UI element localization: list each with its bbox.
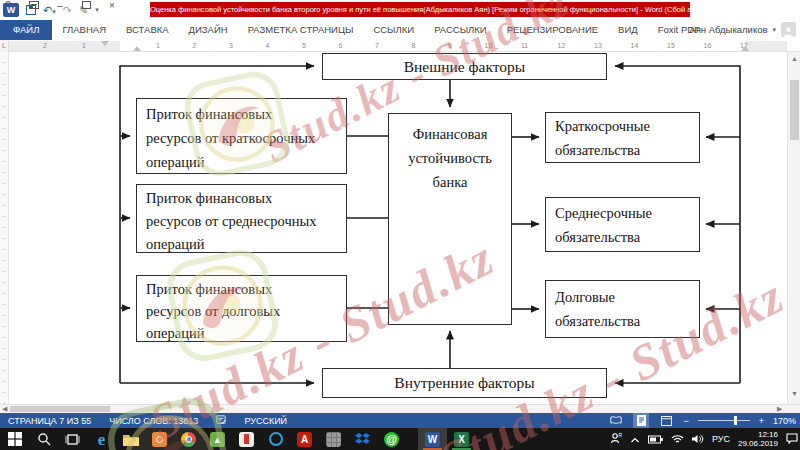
box-short-term-liabilities[interactable]: Краткосрочные обязательства [545, 112, 700, 163]
edge-icon[interactable]: e [87, 428, 116, 450]
start-button[interactable] [0, 428, 29, 450]
box-internal-factors[interactable]: Внутренние факторы [322, 368, 607, 398]
box-medium-term-liabilities[interactable]: Среднесрочные обязательства [545, 197, 700, 252]
box-line: операций [146, 322, 340, 344]
orange-app-icon[interactable] [145, 428, 174, 450]
battery-icon[interactable] [648, 430, 663, 448]
scroll-up-icon[interactable]: ▲ [791, 55, 798, 62]
box-line: ресурсов от долговых [146, 300, 340, 322]
taskbar: e ▲ A @ W [0, 428, 800, 450]
box-line: обязательства [555, 225, 693, 249]
zoom-slider[interactable] [698, 420, 750, 421]
box-external-factors[interactable]: Внешние факторы [322, 53, 607, 80]
customize-qat-icon[interactable]: ▾ [95, 6, 99, 14]
language-tray[interactable]: РУС [712, 434, 730, 444]
box-debt-liabilities[interactable]: Долговые обязательства [545, 280, 700, 338]
taskbar-excel-button[interactable]: X [447, 428, 476, 450]
ribbon-tabs: ФАЙЛ ГЛАВНАЯ ВСТАВКА ДИЗАЙН РАЗМЕТКА СТР… [0, 20, 800, 40]
file-explorer-icon[interactable] [116, 428, 145, 450]
box-line: Среднесрочные [555, 201, 693, 225]
zoom-in-button[interactable]: + [759, 416, 764, 426]
mail-agent-icon[interactable]: @ [377, 428, 406, 450]
close-button[interactable]: × [104, 0, 120, 11]
word-count[interactable]: ЧИСЛО СЛОВ: 13813 [109, 416, 198, 426]
page-indicator[interactable]: СТРАНИЦА 7 ИЗ 55 [8, 416, 91, 426]
box-inflow-debt[interactable]: Приток финансовых ресурсов от долговых о… [136, 275, 347, 342]
word-logo-icon: W [3, 3, 19, 17]
first-line-indent-marker[interactable] [101, 41, 109, 46]
tab-selector[interactable]: L [0, 40, 9, 52]
vertical-scrollbar[interactable]: ▲ ▼ [787, 52, 800, 404]
clock[interactable]: 12:16 29.06.2019 [738, 430, 778, 448]
box-financial-stability[interactable]: Финансовая устойчивость банка [388, 113, 512, 325]
read-mode-button[interactable] [608, 413, 624, 428]
horizontal-scrollbar[interactable]: ◀ ▶ [0, 404, 800, 413]
dropbox-icon[interactable] [348, 428, 377, 450]
box-line: банка [389, 170, 511, 194]
redo-icon[interactable]: ↷ [63, 5, 72, 16]
box-line: обязательства [555, 138, 693, 162]
taskbar-word-button[interactable]: W [418, 428, 447, 450]
tab-file[interactable]: ФАЙЛ [0, 20, 52, 40]
scroll-right-icon[interactable]: ▶ [777, 405, 782, 413]
zoom-level[interactable]: 170% [773, 416, 796, 426]
tab-page-layout[interactable]: РАЗМЕТКА СТРАНИЦЫ [238, 20, 364, 40]
ribbon-display-icon [29, 1, 39, 9]
people-icon[interactable]: R [610, 430, 622, 448]
vertical-scroll-thumb[interactable] [790, 80, 799, 140]
document-title: Оценка финансовой устойчивости банка вто… [150, 2, 690, 17]
search-icon[interactable] [29, 428, 58, 450]
tab-references[interactable]: ССЫЛКИ [363, 20, 424, 40]
box-inflow-short-term[interactable]: Приток финансовых ресурсов от краткосроч… [136, 98, 347, 174]
system-tray: R РУС 12:16 29.06.2019 [610, 428, 798, 450]
tab-insert[interactable]: ВСТАВКА [116, 20, 179, 40]
hanging-indent-marker[interactable] [133, 46, 141, 51]
box-line: обязательства [555, 309, 693, 333]
tab-mailings[interactable]: РАССЫЛКИ [424, 20, 497, 40]
status-bar: СТРАНИЦА 7 ИЗ 55 ЧИСЛО СЛОВ: 13813 РУССК… [0, 413, 800, 428]
print-layout-button[interactable] [633, 413, 649, 428]
document-canvas: Внешние факторы Финансовая устойчивость … [0, 52, 800, 404]
tab-view[interactable]: ВИД [608, 20, 648, 40]
box-line: ресурсов от среднесрочных [146, 210, 340, 233]
chrome-icon[interactable] [174, 428, 203, 450]
volume-icon[interactable] [692, 430, 704, 448]
box-line: ресурсов от краткосрочных [146, 126, 340, 150]
wifi-icon[interactable] [671, 430, 684, 448]
photos-app-icon[interactable] [319, 428, 348, 450]
chevron-up-icon[interactable] [630, 430, 640, 448]
svg-text:R: R [618, 432, 622, 438]
tab-review[interactable]: РЕЦЕНЗИРОВАНИЕ [497, 20, 608, 40]
box-line: Приток финансовых [146, 102, 340, 126]
blue-app-icon[interactable] [261, 428, 290, 450]
task-view-icon[interactable] [58, 428, 87, 450]
tray-date: 29.06.2019 [738, 439, 778, 448]
user-account[interactable]: Аян Абдыкаликов ▾ [689, 22, 796, 37]
box-line: Приток финансовых [146, 187, 340, 210]
horizontal-ruler[interactable]: 211234567891011121314151617 [0, 40, 800, 52]
box-inflow-medium-term[interactable]: Приток финансовых ресурсов от среднесроч… [136, 184, 347, 253]
restore-icon [82, 1, 91, 9]
proofing-icon[interactable] [216, 415, 226, 427]
box-line: Краткосрочные [555, 114, 693, 138]
zoom-slider-thumb[interactable] [734, 416, 737, 425]
tab-design[interactable]: ДИЗАЙН [179, 20, 238, 40]
box-line: Приток финансовых [146, 278, 340, 300]
chevron-down-icon: ▾ [772, 26, 776, 34]
acrobat-icon[interactable]: A [290, 428, 319, 450]
zoom-out-button[interactable]: − [683, 416, 688, 426]
green-app-icon[interactable]: ▲ [203, 428, 232, 450]
undo-icon[interactable]: ↶▾ [43, 5, 56, 16]
red-app-icon[interactable] [232, 428, 261, 450]
language-indicator[interactable]: РУССКИЙ [244, 416, 287, 426]
box-line: операций [146, 150, 340, 174]
scroll-left-icon[interactable]: ◀ [2, 405, 7, 413]
tab-home[interactable]: ГЛАВНАЯ [52, 20, 116, 40]
horizontal-scroll-thumb[interactable] [10, 406, 110, 412]
box-line: устойчивость [389, 146, 511, 170]
right-indent-marker[interactable] [741, 46, 749, 51]
scroll-down-icon[interactable]: ▼ [791, 390, 798, 397]
web-layout-button[interactable] [658, 413, 674, 428]
action-center-icon[interactable] [786, 430, 798, 448]
box-line: Финансовая [389, 122, 511, 146]
